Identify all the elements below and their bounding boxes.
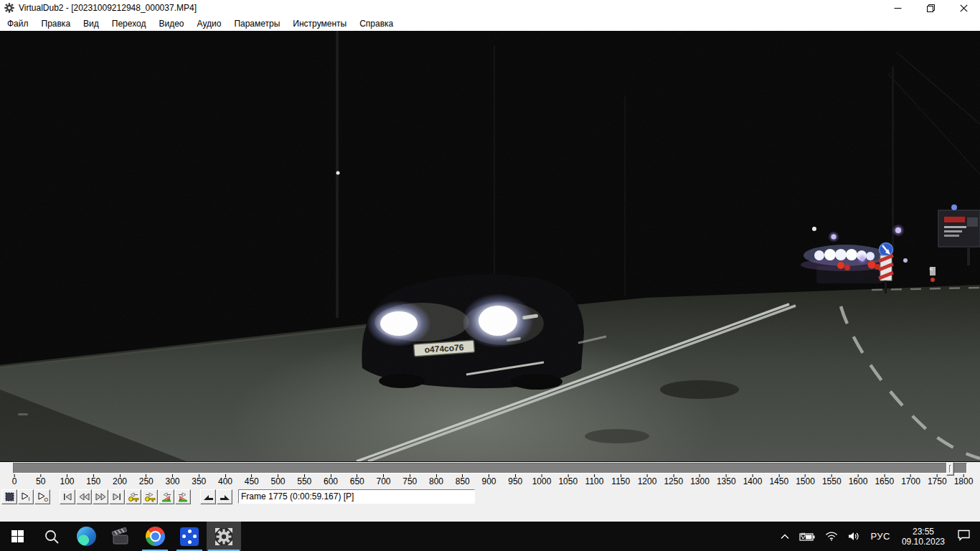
svg-text:I: I: [28, 496, 29, 501]
ruler-tick: 1050: [558, 474, 578, 486]
taskbar-blue-app-button[interactable]: [172, 522, 207, 551]
menu-view[interactable]: Вид: [77, 17, 105, 31]
ruler-tick: 1550: [822, 474, 842, 486]
taskbar-search-button[interactable]: [34, 522, 69, 551]
seek-bar[interactable]: [13, 463, 967, 474]
ruler-tick: 1000: [532, 474, 552, 486]
ruler-tick: 650: [350, 474, 364, 486]
taskbar-virtualdub-button[interactable]: [207, 522, 241, 551]
ruler-tick: 1800: [954, 474, 974, 486]
next-scene-button[interactable]: [175, 489, 191, 504]
taskbar: * РУС 23:55 09.10.2023: [0, 522, 980, 551]
wifi-icon: *: [825, 532, 838, 541]
taskbar-video-editor-button[interactable]: [103, 522, 138, 551]
mark-out-button[interactable]: [217, 489, 232, 504]
ruler-tick: 400: [218, 474, 232, 486]
virtualdub-window: VirtualDub2 - [20231009212948_000037.MP4…: [0, 0, 980, 551]
frame-ruler: 0501001502002503003504004505005506006507…: [0, 474, 980, 489]
transport-controls: I O: [1, 489, 475, 504]
ruler-tick: 1500: [796, 474, 815, 486]
step-forward-button[interactable]: [93, 489, 108, 504]
ruler-tick: 1650: [875, 474, 894, 486]
ruler-tick: 1300: [690, 474, 710, 486]
svg-text:*: *: [831, 537, 832, 541]
menu-go[interactable]: Переход: [105, 17, 153, 31]
ruler-tick: 1700: [901, 474, 920, 486]
go-to-start-button[interactable]: [60, 489, 75, 504]
tray-volume-button[interactable]: [843, 532, 864, 541]
ruler-tick: 1100: [585, 474, 604, 486]
system-tray: * РУС 23:55 09.10.2023: [776, 522, 980, 551]
menu-video[interactable]: Видео: [152, 17, 190, 31]
close-button[interactable]: [947, 0, 980, 16]
tray-time: 23:55: [913, 527, 934, 537]
stop-button[interactable]: [1, 489, 17, 504]
ruler-tick: 0: [12, 474, 17, 486]
menu-audio[interactable]: Аудио: [191, 17, 228, 31]
menu-bar: Файл Правка Вид Переход Видео Аудио Пара…: [0, 16, 980, 31]
menu-tools[interactable]: Инструменты: [286, 17, 353, 31]
menu-edit[interactable]: Правка: [35, 17, 77, 31]
frame-status-field: Frame 1775 (0:00:59.167) [P]: [238, 489, 475, 504]
prev-keyframe-button[interactable]: [126, 489, 141, 504]
ruler-tick: 1250: [664, 474, 683, 486]
minimize-button[interactable]: [881, 0, 914, 16]
title-bar: VirtualDub2 - [20231009212948_000037.MP4…: [0, 0, 980, 16]
menu-file[interactable]: Файл: [1, 17, 35, 31]
tray-date: 09.10.2023: [902, 537, 945, 547]
language-indicator[interactable]: РУС: [864, 531, 896, 542]
ruler-tick: 1400: [743, 474, 763, 486]
chevron-up-icon: [781, 534, 789, 540]
svg-text:O: O: [44, 497, 48, 502]
search-icon: [44, 529, 60, 545]
tray-chevron-button[interactable]: [776, 534, 794, 540]
step-back-button[interactable]: [76, 489, 92, 504]
tray-battery-button[interactable]: [794, 532, 820, 541]
window-title: VirtualDub2 - [20231009212948_000037.MP4…: [19, 3, 197, 13]
ruler-tick: 350: [192, 474, 206, 486]
battery-charging-icon: [799, 532, 815, 541]
menu-options[interactable]: Параметры: [227, 17, 286, 31]
ruler-tick: 1450: [769, 474, 788, 486]
virtualdub-taskbar-gear-icon: [215, 527, 233, 546]
ruler-tick: 1600: [849, 474, 868, 486]
video-display: о474со76: [0, 31, 980, 461]
control-panel: 0501001502002503003504004505005506006507…: [0, 461, 980, 522]
action-center-button[interactable]: [951, 529, 980, 544]
notification-icon: [958, 529, 970, 541]
mark-in-button[interactable]: [200, 489, 216, 504]
next-keyframe-button[interactable]: [142, 489, 158, 504]
ruler-tick: 600: [324, 474, 338, 486]
ruler-tick: 850: [456, 474, 470, 486]
restore-button[interactable]: [914, 0, 947, 16]
start-button[interactable]: [0, 522, 34, 551]
windows-logo-icon: [11, 530, 24, 542]
edge-icon: [77, 527, 96, 546]
ruler-tick: 1200: [638, 474, 657, 486]
ruler-tick: 800: [429, 474, 443, 486]
virtualdub-gear-icon: [4, 3, 14, 13]
ruler-tick: 100: [60, 474, 74, 486]
chrome-icon: [146, 527, 165, 546]
ruler-tick: 250: [139, 474, 154, 486]
taskbar-edge-button[interactable]: [69, 522, 103, 551]
taskbar-clock[interactable]: 23:55 09.10.2023: [896, 527, 951, 547]
ruler-tick: 550: [297, 474, 311, 486]
ruler-tick: 450: [245, 474, 259, 486]
ruler-tick: 500: [270, 474, 285, 486]
play-output-button[interactable]: O: [34, 489, 50, 504]
ruler-tick: 1750: [928, 474, 947, 486]
taskbar-chrome-button[interactable]: [138, 522, 172, 551]
ruler-tick: 1350: [717, 474, 736, 486]
blue-dots-app-icon: [180, 527, 199, 546]
play-input-button[interactable]: I: [18, 489, 34, 504]
ruler-tick: 950: [508, 474, 522, 486]
prev-scene-button[interactable]: [159, 489, 174, 504]
menu-help[interactable]: Справка: [353, 17, 400, 31]
ruler-tick: 200: [113, 474, 127, 486]
tray-network-button[interactable]: *: [820, 532, 843, 541]
go-to-end-button[interactable]: [109, 489, 125, 504]
ruler-tick: 750: [402, 474, 417, 486]
ruler-tick: 700: [376, 474, 390, 486]
ruler-tick: 1150: [611, 474, 630, 486]
